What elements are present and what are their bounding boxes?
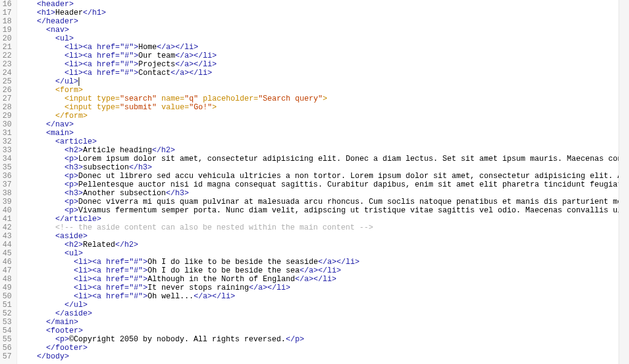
code-line[interactable]: <li><a href="#">Oh I do like to be besid…: [18, 258, 629, 266]
line-number: 30: [2, 120, 12, 129]
text-caret: [79, 77, 79, 86]
line-number: 52: [2, 309, 12, 318]
code-line[interactable]: <article>: [18, 137, 629, 146]
code-line[interactable]: <h2>Article heading</h2>: [18, 146, 629, 155]
line-number: 56: [2, 344, 12, 352]
code-line[interactable]: <p>Pellentesque auctor nisi id magna con…: [18, 180, 629, 189]
line-number: 24: [2, 69, 12, 77]
line-number: 32: [2, 137, 12, 146]
line-number: 48: [2, 275, 12, 284]
code-line[interactable]: <ul>: [18, 34, 629, 43]
line-number: 40: [2, 206, 12, 215]
code-line[interactable]: </aside>: [18, 309, 629, 318]
line-number: 21: [2, 43, 12, 52]
code-line[interactable]: </nav>: [18, 120, 629, 129]
code-line[interactable]: <!-- the aside content can also be neste…: [18, 223, 629, 232]
line-number: 38: [2, 189, 12, 198]
code-line[interactable]: </ul>: [18, 301, 629, 309]
line-number: 36: [2, 172, 12, 180]
code-line[interactable]: <li><a href="#">Projects</a></li>: [18, 60, 629, 69]
code-line[interactable]: <li><a href="#">It never stops raining</…: [18, 284, 629, 292]
code-line[interactable]: <li><a href="#">Oh well...</a></li>: [18, 292, 629, 301]
line-number: 29: [2, 112, 12, 120]
code-line[interactable]: <ul>: [18, 249, 629, 258]
code-line[interactable]: <h3>subsection</h3>: [18, 163, 629, 172]
line-number: 25: [2, 77, 12, 86]
line-number: 19: [2, 26, 12, 34]
code-line[interactable]: </main>: [18, 318, 629, 327]
line-number: 51: [2, 301, 12, 309]
line-number: 26: [2, 86, 12, 95]
code-line[interactable]: <li><a href="#">Although in the North of…: [18, 275, 629, 284]
line-number: 41: [2, 215, 12, 223]
code-line[interactable]: <li><a href="#">Oh I do like to be besid…: [18, 266, 629, 275]
code-line[interactable]: </footer>: [18, 344, 629, 352]
code-line[interactable]: </body>: [18, 352, 629, 361]
code-line[interactable]: <p>Donec viverra mi quis quam pulvinar a…: [18, 198, 629, 206]
code-line[interactable]: <input type="submit" value="Go!">: [18, 103, 629, 112]
line-number: 55: [2, 335, 12, 344]
line-number: 34: [2, 155, 12, 163]
code-line[interactable]: <nav>: [18, 26, 629, 34]
line-number: 16: [2, 0, 12, 9]
code-line[interactable]: <li><a href="#">Home</a></li>: [18, 43, 629, 52]
code-line[interactable]: <main>: [18, 129, 629, 137]
code-line[interactable]: <input type="search" name="q" placeholde…: [18, 95, 629, 103]
line-number: 39: [2, 198, 12, 206]
line-number-gutter: 1617181920212223242526272829303132333435…: [0, 0, 17, 364]
code-area[interactable]: <header> <h1>Header</h1> </header> <nav>…: [17, 0, 629, 364]
code-line[interactable]: <h1>Header</h1>: [18, 9, 629, 17]
code-line[interactable]: <form>: [18, 86, 629, 95]
line-number: 45: [2, 249, 12, 258]
code-line[interactable]: <h3>Another subsection</h3>: [18, 189, 629, 198]
code-line[interactable]: </article>: [18, 215, 629, 223]
line-number: 57: [2, 352, 12, 361]
line-number: 22: [2, 52, 12, 60]
line-number: 27: [2, 95, 12, 103]
line-number: 50: [2, 292, 12, 301]
code-line[interactable]: <li><a href="#">Our team</a></li>: [18, 52, 629, 60]
line-number: 53: [2, 318, 12, 327]
code-line[interactable]: <p>©Copyright 2050 by nobody. All rights…: [18, 335, 629, 344]
code-line[interactable]: <aside>: [18, 232, 629, 241]
line-number: 28: [2, 103, 12, 112]
line-number: 47: [2, 266, 12, 275]
line-number: 31: [2, 129, 12, 137]
line-number: 49: [2, 284, 12, 292]
line-number: 20: [2, 34, 12, 43]
code-line[interactable]: </ul>: [18, 77, 629, 86]
code-line[interactable]: <h2>Related</h2>: [18, 241, 629, 249]
line-number: 37: [2, 180, 12, 189]
line-number: 54: [2, 327, 12, 335]
line-number: 46: [2, 258, 12, 266]
line-number: 33: [2, 146, 12, 155]
code-line[interactable]: <p>Vivamus fermentum semper porta. Nunc …: [18, 206, 629, 215]
code-line[interactable]: </header>: [18, 17, 629, 26]
line-number: 44: [2, 241, 12, 249]
line-number: 23: [2, 60, 12, 69]
vertical-scrollbar[interactable]: [619, 0, 629, 364]
code-line[interactable]: </form>: [18, 112, 629, 120]
line-number: 43: [2, 232, 12, 241]
code-line[interactable]: <li><a href="#">Contact</a></li>: [18, 69, 629, 77]
line-number: 42: [2, 223, 12, 232]
line-number: 35: [2, 163, 12, 172]
line-number: 17: [2, 9, 12, 17]
code-line[interactable]: <p>Lorem ipsum dolor sit amet, consectet…: [18, 155, 629, 163]
line-number: 18: [2, 17, 12, 26]
code-line[interactable]: <footer>: [18, 327, 629, 335]
code-editor[interactable]: 1617181920212223242526272829303132333435…: [0, 0, 629, 364]
code-line[interactable]: <header>: [18, 0, 629, 9]
code-line[interactable]: <p>Donec ut librero sed accu vehicula ul…: [18, 172, 629, 180]
